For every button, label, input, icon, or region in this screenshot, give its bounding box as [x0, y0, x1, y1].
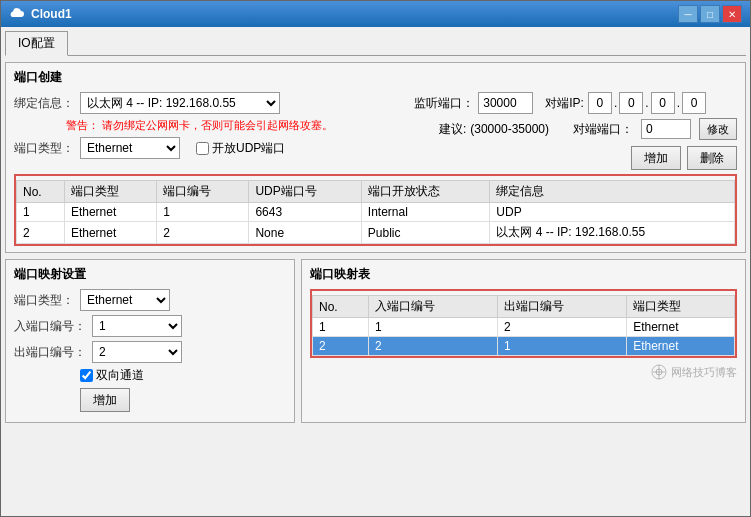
in-port-label: 入端口编号：	[14, 318, 86, 335]
col-bind: 绑定信息	[490, 181, 735, 203]
title-bar-buttons: ─ □ ✕	[678, 5, 742, 23]
action-btns-row: 增加 删除	[414, 146, 737, 170]
open-udp-checkbox[interactable]	[196, 142, 209, 155]
bidirectional-row: 双向通道	[14, 367, 286, 384]
ip-octet-3[interactable]	[651, 92, 675, 114]
col-no: No.	[17, 181, 65, 203]
window-title: Cloud1	[31, 7, 72, 21]
col-num: 端口编号	[157, 181, 249, 203]
port-table-wrapper: No. 端口类型 端口编号 UDP端口号 端口开放状态 绑定信息 1Ethern…	[14, 174, 737, 246]
port-table-row[interactable]: 2Ethernet2NonePublic以太网 4 -- IP: 192.168…	[17, 222, 735, 244]
watermark: 网络技巧博客	[310, 364, 737, 380]
out-port-row: 出端口编号： 1 2	[14, 341, 286, 363]
title-bar-left: Cloud1	[9, 6, 72, 22]
mapping-table-title: 端口映射表	[310, 266, 737, 283]
remote-port-input[interactable]	[641, 119, 691, 139]
in-port-select[interactable]: 1 2	[92, 315, 182, 337]
modify-button[interactable]: 修改	[699, 118, 737, 140]
suggest-value: (30000-35000)	[470, 122, 549, 136]
mapping-type-label: 端口类型：	[14, 292, 74, 309]
action-buttons: 增加 删除	[631, 146, 737, 170]
bind-info-row: 绑定信息： 以太网 4 -- IP: 192.168.0.55	[14, 92, 406, 114]
map-table-row[interactable]: 221Ethernet	[313, 337, 735, 356]
mapping-type-row: 端口类型： Ethernet	[14, 289, 286, 311]
cloud-icon	[9, 6, 25, 22]
remote-port-label: 对端端口：	[573, 121, 633, 138]
minimize-button[interactable]: ─	[678, 5, 698, 23]
col-status: 端口开放状态	[361, 181, 490, 203]
port-mapping-table-section: 端口映射表 No. 入端口编号 出端口编号 端口类型 112Ether	[301, 259, 746, 423]
map-col-in: 入端口编号	[369, 296, 498, 318]
port-creation-left: 绑定信息： 以太网 4 -- IP: 192.168.0.55 警告： 请勿绑定…	[14, 92, 406, 170]
map-col-out: 出端口编号	[498, 296, 627, 318]
monitor-port-label: 监听端口：	[414, 95, 474, 112]
bidirectional-checkbox[interactable]	[80, 369, 93, 382]
map-col-no: No.	[313, 296, 369, 318]
port-mapping-settings-section: 端口映射设置 端口类型： Ethernet 入端口编号： 1 2 出端口编号：	[5, 259, 295, 423]
warning-text: 警告： 请勿绑定公网网卡，否则可能会引起网络攻塞。	[66, 118, 406, 133]
port-table-row[interactable]: 1Ethernet16643InternalUDP	[17, 203, 735, 222]
tab-bar: IO配置	[5, 31, 746, 56]
ip-octet-2[interactable]	[619, 92, 643, 114]
maximize-button[interactable]: □	[700, 5, 720, 23]
ip-octet-1[interactable]	[588, 92, 612, 114]
suggest-row: 建议: (30000-35000) 对端端口： 修改	[414, 118, 737, 140]
port-creation-right: 监听端口： 30000 对端IP: . . .	[414, 92, 737, 170]
monitor-port-row: 监听端口： 30000 对端IP: . . .	[414, 92, 737, 114]
ip-octet-4[interactable]	[682, 92, 706, 114]
out-port-select[interactable]: 1 2	[92, 341, 182, 363]
out-port-label: 出端口编号：	[14, 344, 86, 361]
open-udp-label: 开放UDP端口	[196, 140, 285, 157]
delete-port-button[interactable]: 删除	[687, 146, 737, 170]
add-port-button[interactable]: 增加	[631, 146, 681, 170]
port-table: No. 端口类型 端口编号 UDP端口号 端口开放状态 绑定信息 1Ethern…	[16, 180, 735, 244]
col-type: 端口类型	[64, 181, 156, 203]
col-udp: UDP端口号	[249, 181, 361, 203]
port-type-row: 端口类型： Ethernet UDP 开放UDP端口	[14, 137, 406, 159]
map-table-header: No. 入端口编号 出端口编号 端口类型	[313, 296, 735, 318]
port-creation-title: 端口创建	[14, 69, 737, 86]
main-window: Cloud1 ─ □ ✕ IO配置 端口创建 绑定信息：	[0, 0, 751, 517]
in-port-row: 入端口编号： 1 2	[14, 315, 286, 337]
window-content: IO配置 端口创建 绑定信息： 以太网 4 -- IP: 192.168.0.5…	[1, 27, 750, 516]
mapping-settings-title: 端口映射设置	[14, 266, 286, 283]
suggest-label: 建议:	[414, 121, 466, 138]
watermark-text: 网络技巧博客	[671, 365, 737, 380]
map-table-wrapper: No. 入端口编号 出端口编号 端口类型 112Ethernet221Ether…	[310, 289, 737, 358]
tab-io-config[interactable]: IO配置	[5, 31, 68, 56]
mapping-add-row: 增加	[14, 388, 286, 412]
port-table-header: No. 端口类型 端口编号 UDP端口号 端口开放状态 绑定信息	[17, 181, 735, 203]
close-button[interactable]: ✕	[722, 5, 742, 23]
title-bar: Cloud1 ─ □ ✕	[1, 1, 750, 27]
port-type-select[interactable]: Ethernet UDP	[80, 137, 180, 159]
remote-ip-inputs: . . .	[588, 92, 688, 114]
map-table-row[interactable]: 112Ethernet	[313, 318, 735, 337]
bind-info-select[interactable]: 以太网 4 -- IP: 192.168.0.55	[80, 92, 280, 114]
monitor-port-input[interactable]: 30000	[478, 92, 533, 114]
bidirectional-label: 双向通道	[80, 367, 144, 384]
mapping-add-button[interactable]: 增加	[80, 388, 130, 412]
port-type-label: 端口类型：	[14, 140, 74, 157]
bind-info-label: 绑定信息：	[14, 95, 74, 112]
remote-ip-label: 对端IP:	[545, 95, 584, 112]
watermark-icon	[651, 364, 667, 380]
port-creation-section: 端口创建 绑定信息： 以太网 4 -- IP: 192.168.0.55 警告：…	[5, 62, 746, 253]
map-table: No. 入端口编号 出端口编号 端口类型 112Ethernet221Ether…	[312, 295, 735, 356]
map-col-type: 端口类型	[627, 296, 735, 318]
mapping-type-select[interactable]: Ethernet	[80, 289, 170, 311]
bottom-section: 端口映射设置 端口类型： Ethernet 入端口编号： 1 2 出端口编号：	[5, 259, 746, 423]
